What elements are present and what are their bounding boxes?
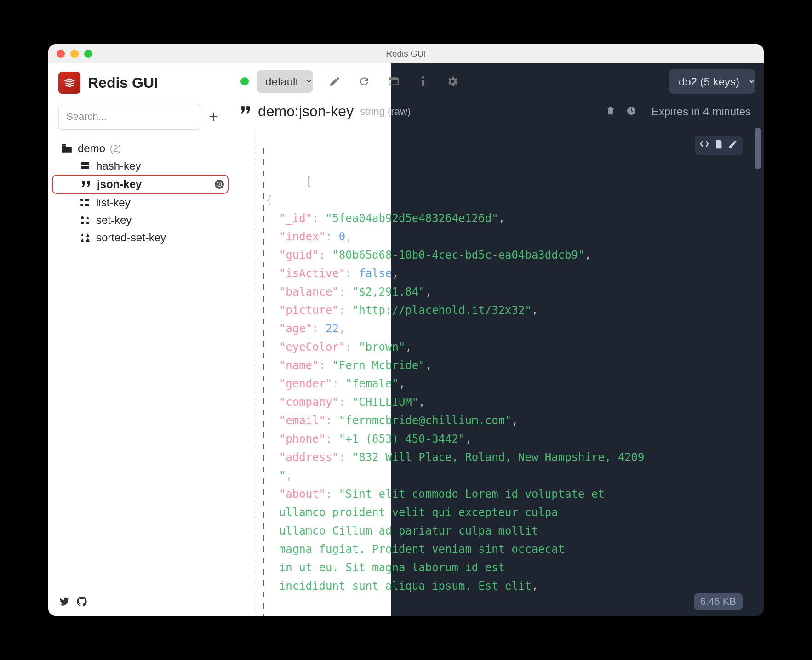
key-type: string (raw): [360, 106, 411, 118]
set-icon: [79, 215, 91, 225]
folder-name: demo: [78, 142, 105, 155]
window-controls: [57, 50, 92, 58]
console-icon[interactable]: [386, 74, 401, 89]
svg-marker-13: [81, 238, 84, 242]
clock-icon[interactable]: [626, 105, 637, 118]
minimize-button[interactable]: [70, 50, 79, 58]
key-label: json-key: [97, 178, 142, 191]
quote-icon: [80, 180, 92, 189]
close-button[interactable]: [57, 50, 65, 58]
main-toolbar: default db2 (5 key: [232, 63, 764, 99]
key-tree: demo (2) hash-key json-key: [48, 136, 232, 589]
refresh-icon[interactable]: [357, 74, 372, 89]
key-header: demo:json-key string (raw) Expires in 4 …: [232, 99, 764, 129]
svg-marker-15: [86, 238, 90, 242]
svg-marker-12: [81, 233, 83, 236]
svg-point-11: [86, 222, 89, 224]
connection-status-icon: [240, 77, 249, 85]
app-brand: Redis GUI: [48, 63, 232, 102]
key-label: hash-key: [96, 159, 141, 172]
titlebar: Redis GUI: [48, 44, 764, 63]
app-window: Redis GUI Redis GUI + demo (2): [48, 44, 764, 616]
svg-point-5: [80, 204, 83, 206]
copy-icon[interactable]: [714, 139, 723, 151]
app-content: Redis GUI + demo (2) hash-k: [48, 63, 764, 616]
scrollbar-thumb[interactable]: [755, 128, 761, 169]
tree-folder-demo[interactable]: demo (2): [52, 140, 229, 157]
svg-point-18: [422, 76, 424, 79]
key-label: set-key: [96, 214, 132, 227]
key-name: demo:json-key: [258, 103, 354, 120]
main-panel: default db2 (5 key: [232, 63, 764, 616]
edit-icon[interactable]: [728, 139, 738, 151]
svg-rect-2: [81, 166, 89, 169]
settings-icon[interactable]: [445, 74, 460, 89]
folder-icon: [60, 143, 73, 154]
tree-key-sorted-set[interactable]: sorted-set-key: [52, 229, 229, 246]
expires-text: Expires in 4 minutes: [652, 105, 751, 118]
search-input[interactable]: [58, 104, 200, 130]
server-select[interactable]: default: [257, 70, 313, 93]
svg-rect-0: [62, 144, 66, 145]
clock-icon: [215, 180, 224, 189]
edit-icon[interactable]: [327, 74, 342, 89]
json-panel: 6.46 KB [ { "_id": "5fea04ab92d5e483264e…: [245, 129, 751, 616]
folder-count: (2): [110, 143, 121, 154]
svg-marker-14: [86, 233, 89, 237]
database-select[interactable]: db2 (5 keys): [669, 69, 755, 94]
json-viewer[interactable]: [ { "_id": "5fea04ab92d5e483264e126d", "…: [245, 129, 751, 616]
svg-rect-1: [81, 162, 89, 165]
hash-icon: [79, 161, 91, 171]
svg-rect-6: [85, 199, 89, 201]
github-icon[interactable]: [76, 596, 88, 609]
sorted-set-icon: [79, 233, 91, 243]
info-icon[interactable]: [416, 74, 430, 89]
tree-key-json[interactable]: json-key: [52, 175, 229, 194]
key-label: list-key: [96, 196, 131, 209]
sidebar: Redis GUI + demo (2) hash-k: [48, 63, 232, 616]
sidebar-footer: [48, 589, 232, 616]
add-key-button[interactable]: +: [205, 108, 222, 126]
tree-key-set[interactable]: set-key: [52, 211, 229, 229]
twitter-icon[interactable]: [57, 596, 69, 609]
svg-point-4: [80, 199, 83, 201]
delete-icon[interactable]: [606, 105, 616, 118]
svg-rect-7: [85, 204, 89, 206]
code-icon[interactable]: [699, 139, 709, 151]
svg-marker-9: [86, 216, 89, 219]
svg-point-8: [81, 216, 84, 219]
app-name: Redis GUI: [88, 74, 158, 91]
tree-key-list[interactable]: list-key: [52, 194, 229, 211]
key-label: sorted-set-key: [96, 231, 166, 244]
svg-rect-10: [81, 222, 84, 224]
json-toolbar: [695, 136, 743, 155]
tree-key-hash[interactable]: hash-key: [52, 157, 229, 175]
window-title: Redis GUI: [386, 49, 426, 59]
quote-icon: [240, 104, 252, 119]
search-row: +: [48, 102, 232, 136]
maximize-button[interactable]: [84, 50, 92, 58]
svg-rect-17: [389, 78, 398, 80]
redis-logo-icon: [58, 72, 80, 94]
list-icon: [79, 198, 91, 208]
svg-rect-19: [422, 80, 424, 86]
json-size-badge: 6.46 KB: [694, 593, 743, 610]
